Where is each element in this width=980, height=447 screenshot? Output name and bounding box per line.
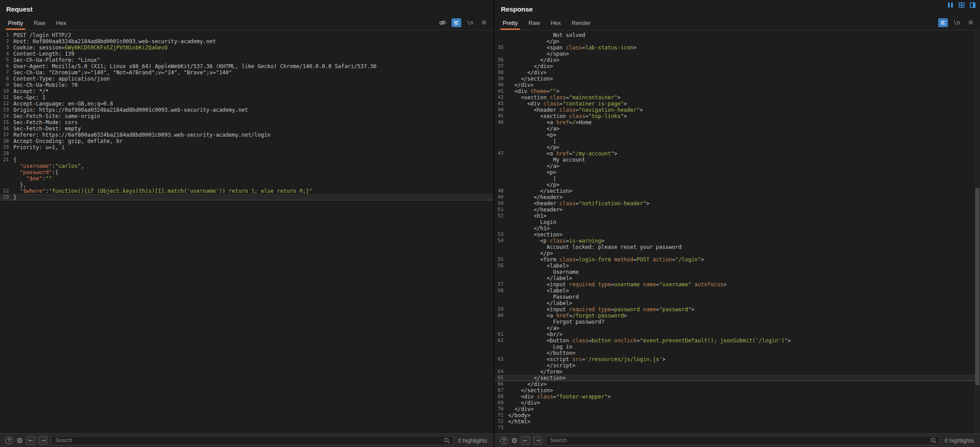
code-line[interactable]: 67 </section> — [495, 387, 980, 394]
search-prev-button[interactable]: ← — [521, 436, 530, 445]
response-scrollbar-thumb[interactable] — [975, 188, 980, 385]
code-line[interactable]: </p> — [495, 250, 980, 256]
code-line[interactable]: 72</html> — [495, 419, 980, 425]
code-line[interactable]: 61 <br/> — [495, 331, 980, 337]
code-line[interactable]: 3Cookie: session=GWy6KCD59CKFxSZjPVtNixb… — [0, 45, 493, 51]
code-line[interactable]: </label> — [495, 275, 980, 281]
code-line[interactable]: 56 <label> — [495, 263, 980, 269]
code-line[interactable]: 19Priority: u=1, i — [0, 144, 493, 150]
code-line[interactable]: 41 <div theme=""> — [495, 88, 980, 94]
request-editor[interactable]: 1POST /login HTTP/22Host: 0af800aa0324ba… — [0, 30, 493, 433]
code-line[interactable]: 15Sec-Fetch-Mode: cors — [0, 119, 493, 126]
search-next-button[interactable]: → — [533, 436, 542, 445]
request-search-input[interactable] — [51, 436, 453, 445]
code-line[interactable]: </script> — [495, 362, 980, 369]
newline-toggle-icon[interactable]: \n — [952, 18, 962, 27]
code-line[interactable]: 59 <input required type=password name="p… — [495, 306, 980, 313]
code-line[interactable]: 49 </header> — [495, 194, 980, 200]
newline-toggle-icon[interactable]: \n — [465, 18, 475, 27]
code-line[interactable]: 13Origin: https://0af800aa0324ba2184ad8b… — [0, 107, 493, 113]
code-line[interactable]: </label> — [495, 300, 980, 306]
code-line[interactable]: 12Accept-Language: en-GB,en;q=0.8 — [0, 101, 493, 107]
code-line[interactable]: Forgot password? — [495, 319, 980, 325]
hide-nonprintable-icon[interactable] — [438, 18, 448, 27]
code-line[interactable]: "username":"carlos", — [0, 163, 493, 169]
code-line[interactable]: }, — [0, 182, 493, 188]
code-line[interactable]: 51 </header> — [495, 207, 980, 213]
editor-menu-icon[interactable]: ≡ — [479, 18, 489, 27]
response-editor[interactable]: Not solved </p>35 <span class=lab-status… — [495, 30, 980, 433]
code-line[interactable]: | — [495, 138, 980, 144]
tab-hex[interactable]: Hex — [51, 16, 72, 30]
code-line[interactable]: Log in — [495, 344, 980, 350]
search-settings-icon[interactable]: ⚙ — [511, 436, 517, 445]
tab-pretty[interactable]: Pretty — [497, 16, 523, 30]
code-line[interactable]: 50 <header class="notification-header"> — [495, 200, 980, 207]
code-line[interactable]: 38 </div> — [495, 69, 980, 76]
code-line[interactable]: 45 <section class="top-links"> — [495, 113, 980, 119]
code-line[interactable]: 48 </section> — [495, 188, 980, 194]
code-line-current[interactable]: 65 </section> — [495, 375, 980, 381]
code-line[interactable]: 58 <label> — [495, 288, 980, 294]
code-line[interactable]: 4Content-Length: 139 — [0, 51, 493, 57]
search-next-button[interactable]: → — [39, 436, 48, 445]
code-line[interactable]: 73 — [495, 425, 980, 431]
code-line[interactable]: </h1> — [495, 225, 980, 232]
code-line[interactable]: 68 <div class="footer-wrapper"> — [495, 394, 980, 400]
code-line[interactable]: My account — [495, 157, 980, 163]
code-line[interactable]: 69 </div> — [495, 400, 980, 406]
maximize-panel-icon[interactable] — [969, 1, 976, 9]
code-line[interactable]: </p> — [495, 144, 980, 150]
code-line[interactable]: | — [495, 175, 980, 182]
code-line[interactable]: 39 </section> — [495, 76, 980, 82]
code-line[interactable]: 47 <a href="/my-account"> — [495, 150, 980, 157]
code-line[interactable]: 35 <span class=lab-status-icon> — [495, 45, 980, 51]
code-line[interactable]: 1POST /login HTTP/2 — [0, 32, 493, 38]
code-line[interactable]: Account locked: please reset your passwo… — [495, 244, 980, 250]
syntax-highlight-toggle-icon[interactable] — [938, 18, 948, 27]
code-line[interactable]: "password":{ — [0, 169, 493, 175]
code-line[interactable]: 36 </div> — [495, 57, 980, 63]
code-line[interactable]: 60 <a href=/forgot-password> — [495, 313, 980, 319]
tab-raw[interactable]: Raw — [523, 16, 545, 30]
code-line[interactable]: Not solved — [495, 32, 980, 38]
code-line[interactable]: 46 <a href=/>Home — [495, 119, 980, 126]
code-line[interactable]: 37 </div> — [495, 63, 980, 69]
code-line[interactable]: "$ne":"" — [0, 175, 493, 182]
code-line[interactable]: 52 <h1> — [495, 213, 980, 219]
code-line[interactable]: 43 <div class="container is-page"> — [495, 101, 980, 107]
code-line[interactable]: 18Accept-Encoding: gzip, deflate, br — [0, 138, 493, 144]
code-line[interactable]: <p> — [495, 169, 980, 175]
split-columns-icon[interactable] — [947, 1, 954, 9]
code-line[interactable]: 63 <script src='/resources/js/login.js'> — [495, 356, 980, 362]
code-line[interactable]: Login — [495, 219, 980, 225]
tab-hex[interactable]: Hex — [545, 16, 566, 30]
code-line[interactable]: 21{ — [0, 157, 493, 163]
search-settings-icon[interactable]: ⚙ — [16, 436, 23, 445]
response-scrollbar[interactable] — [975, 31, 980, 433]
code-line[interactable]: </span> — [495, 51, 980, 57]
tab-raw[interactable]: Raw — [28, 16, 51, 30]
code-line[interactable]: 7Sec-Ch-Ua: "Chromium";v="140", "Not=A?B… — [0, 69, 493, 76]
code-line[interactable]: </p> — [495, 38, 980, 45]
code-line[interactable]: 64 </form> — [495, 369, 980, 375]
code-line[interactable]: </a> — [495, 325, 980, 331]
code-line[interactable]: 57 <input required type=username name="u… — [495, 281, 980, 288]
code-line[interactable]: 20 — [0, 150, 493, 157]
response-search-input[interactable] — [546, 436, 940, 445]
code-line[interactable]: Username — [495, 269, 980, 275]
editor-menu-icon[interactable]: ≡ — [966, 18, 976, 27]
search-help-icon[interactable]: ? — [500, 437, 508, 444]
code-line[interactable]: 71</body> — [495, 412, 980, 419]
code-line[interactable]: </a> — [495, 126, 980, 132]
code-line[interactable]: Password — [495, 294, 980, 300]
code-line[interactable]: 53 <section> — [495, 232, 980, 238]
code-line[interactable]: 70 </div> — [495, 406, 980, 412]
code-line[interactable]: 42 <section class="maincontainer"> — [495, 94, 980, 101]
code-line[interactable]: 66 </div> — [495, 381, 980, 387]
code-line[interactable]: 44 <header class="navigation-header"> — [495, 107, 980, 113]
code-line[interactable]: 6User-Agent: Mozilla/5.0 (X11; Linux x86… — [0, 63, 493, 69]
syntax-highlight-toggle-icon[interactable] — [452, 18, 461, 27]
code-line-current[interactable]: 23} — [0, 194, 493, 200]
code-line[interactable]: 5Sec-Ch-Ua-Platform: "Linux" — [0, 57, 493, 63]
